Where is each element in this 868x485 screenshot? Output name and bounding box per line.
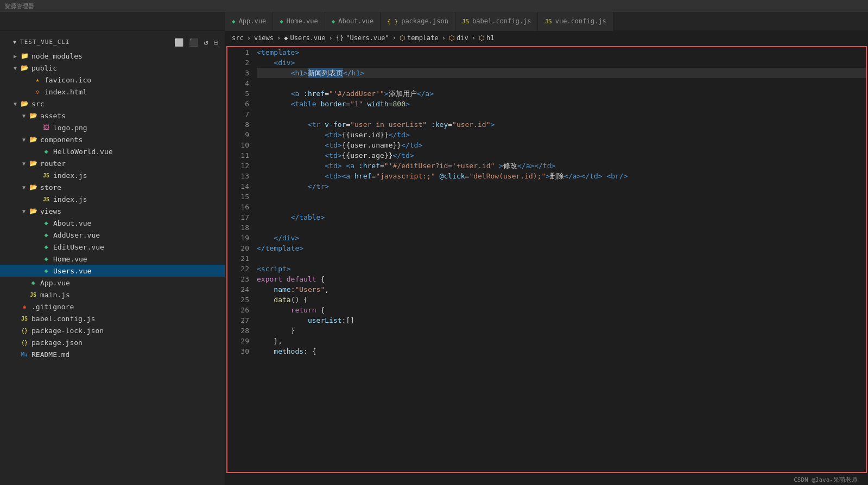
item-label: views (40, 207, 225, 215)
tree-item-store[interactable]: ▼ 📂 store (0, 181, 225, 193)
tree-item-assets[interactable]: ▼ 📂 assets (0, 110, 225, 122)
folder-icon: 📂 (28, 182, 38, 192)
tree-item-logo[interactable]: 🖼 logo.png (0, 122, 225, 133)
tree-item-packagejson[interactable]: {} package.json (0, 336, 225, 348)
breadcrumb-sep: › (472, 34, 476, 42)
item-label: About.vue (53, 219, 225, 227)
code-line-30: methods : { (257, 346, 866, 356)
js-icon: JS (41, 194, 51, 204)
tree-item-edituser[interactable]: ◆ EditUser.vue (0, 241, 225, 253)
code-container[interactable]: 12345 678910 1112131415 1617181920 21222… (227, 47, 866, 472)
tree-item-babelconfig[interactable]: JS babel.config.js (0, 312, 225, 324)
tab-label: Home.vue (287, 17, 318, 25)
breadcrumb-quoted: "Users.vue" (346, 34, 389, 42)
tree-item-public[interactable]: ▼ 📂 public (0, 62, 225, 74)
tree-item-home[interactable]: ◆ Home.vue (0, 253, 225, 265)
tab-babelconfig[interactable]: JS babel.config.js (455, 12, 538, 31)
tab-label: vue.config.js (555, 17, 606, 25)
item-label: Home.vue (53, 255, 225, 263)
arrow-icon: ▼ (20, 159, 28, 168)
spacer (11, 314, 20, 323)
tree-item-adduser[interactable]: ◆ AddUser.vue (0, 229, 225, 241)
js-icon: JS (20, 314, 29, 323)
code-line-26: return { (257, 305, 866, 315)
tree-item-helloworld[interactable]: ◆ HelloWorld.vue (0, 145, 225, 157)
spacer (11, 350, 20, 359)
code-line-18 (257, 222, 866, 233)
tree-item-users[interactable]: ◆ Users.vue (0, 265, 225, 277)
arrow-icon: ▼ (11, 99, 20, 108)
breadcrumb-vue-icon: ◆ (284, 34, 288, 42)
tree-item-store-index[interactable]: JS index.js (0, 193, 225, 205)
code-line-14: </tr> (257, 181, 866, 192)
tree-item-node-modules[interactable]: ▶ 📁 node_modules (0, 50, 225, 62)
item-label: components (40, 136, 225, 144)
vue-icon: ◆ (232, 18, 236, 25)
item-label: index.js (53, 171, 225, 180)
spacer (33, 123, 41, 132)
tree-item-about[interactable]: ◆ About.vue (0, 217, 225, 229)
tree-item-src[interactable]: ▼ 📂 src (0, 98, 225, 110)
code-line-4 (257, 78, 866, 88)
vue-icon: ◆ (28, 278, 38, 288)
code-line-20: </template> (257, 243, 866, 253)
breadcrumb-file: Users.vue (290, 34, 326, 42)
breadcrumb-template-icon: ⬡ (400, 34, 405, 42)
code-line-12: <td> <a :href = "'#/editUser?id='+user.i… (257, 161, 866, 171)
tree-item-packagelock[interactable]: {} package-lock.json (0, 324, 225, 336)
code-line-17: </table> (257, 212, 866, 222)
code-line-11: <td> {{user.age}} </td> (257, 150, 866, 161)
tab-label: App.vue (239, 17, 267, 25)
js-icon: JS (544, 18, 552, 25)
collapse-icon[interactable]: ⊟ (214, 38, 218, 47)
refresh-icon[interactable]: ↺ (204, 38, 208, 47)
tab-appvue[interactable]: ◆ App.vue (225, 12, 273, 31)
tab-homevue[interactable]: ◆ Home.vue (273, 12, 325, 31)
tab-packagejson[interactable]: { } package.json (381, 12, 455, 31)
breadcrumb-div-icon: ⬡ (449, 34, 454, 42)
breadcrumb-sep: › (329, 34, 333, 42)
vue-icon: ◆ (280, 18, 283, 25)
arrow-icon: ▼ (11, 63, 20, 72)
tree-item-appvue[interactable]: ◆ App.vue (0, 277, 225, 289)
tree-item-gitignore[interactable]: ◉ .gitignore (0, 301, 225, 312)
breadcrumb-curly: {} (336, 34, 344, 42)
tab-label: babel.config.js (472, 17, 531, 25)
js-icon: JS (28, 290, 38, 299)
project-root[interactable]: ▼ TEST_VUE_CLI (7, 34, 77, 50)
spacer (11, 338, 20, 347)
spacer (20, 278, 28, 287)
folder-icon: 📂 (28, 158, 38, 168)
tree-item-favicon[interactable]: ★ favicon.ico (0, 74, 225, 86)
item-label: babel.config.js (31, 315, 225, 323)
item-label: App.vue (40, 279, 225, 287)
code-line-28: } (257, 326, 866, 336)
tree-item-readme[interactable]: M↓ README.md (0, 348, 225, 360)
code-line-24: name : "Users" , (257, 284, 866, 295)
tree-item-components[interactable]: ▼ 📂 components (0, 133, 225, 145)
folder-icon: 📂 (20, 99, 29, 109)
item-label: node_modules (31, 52, 225, 60)
tree-item-router-index[interactable]: JS index.js (0, 169, 225, 181)
item-label: src (31, 100, 225, 108)
item-label: package-lock.json (31, 327, 225, 335)
code-line-21 (257, 253, 866, 264)
tree-item-router[interactable]: ▼ 📂 router (0, 157, 225, 169)
tree-item-indexhtml[interactable]: ◇ index.html (0, 86, 225, 98)
spacer (33, 171, 41, 180)
new-folder-icon[interactable]: ⬛ (189, 38, 198, 47)
git-icon: ◉ (20, 302, 29, 311)
tab-aboutvue[interactable]: ◆ About.vue (325, 12, 381, 31)
tab-vueconfig[interactable]: JS vue.config.js (538, 12, 613, 31)
html-icon: ◇ (33, 87, 42, 97)
chevron-down-icon: ▼ (13, 39, 17, 45)
vue-icon: ◆ (41, 146, 51, 156)
main-layout: ▼ TEST_VUE_CLI ⬜ ⬛ ↺ ⊟ ▶ 📁 node_modules … (0, 31, 868, 485)
tree-item-views[interactable]: ▼ 📂 views (0, 205, 225, 217)
spacer (33, 147, 41, 156)
code-line-2: <div> (257, 58, 866, 68)
code-line-25: data () { (257, 295, 866, 305)
tree-item-mainjs[interactable]: JS main.js (0, 289, 225, 301)
vue-icon: ◆ (41, 218, 51, 228)
new-file-icon[interactable]: ⬜ (174, 38, 183, 47)
